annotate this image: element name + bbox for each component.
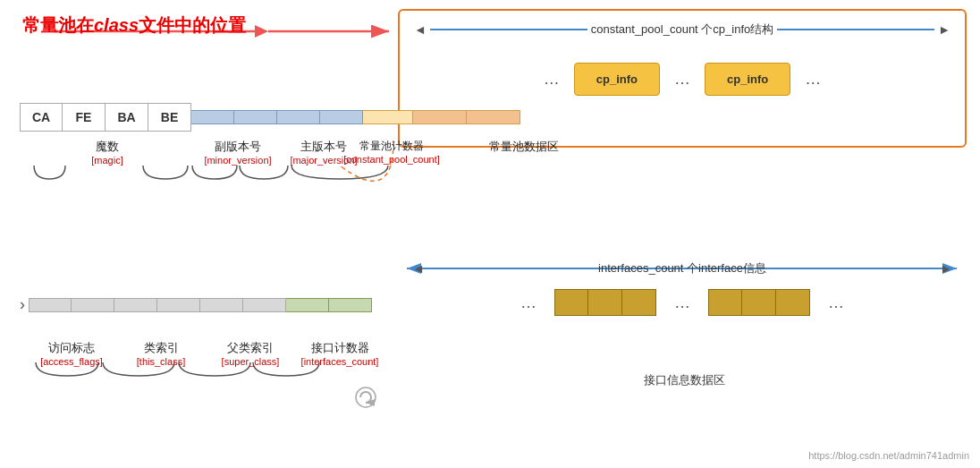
byte-const-count xyxy=(363,110,413,124)
byte-ba: BA xyxy=(106,103,148,132)
label-const-count: 常量池计数器 [constant_pool_count] xyxy=(367,139,417,165)
byte-major-1 xyxy=(277,110,320,124)
diagram-container: 常量池在class文件中的位置 ◄ constant_pool_count 个c… xyxy=(0,0,980,468)
byte-fe: FE xyxy=(63,103,106,132)
cp-info-box-1: cp_info xyxy=(574,63,660,96)
label-this-class: 类索引 [this_class] xyxy=(116,340,206,367)
iface-count-arrow-row: ◄ interfaces_count 个interface信息 ► xyxy=(398,255,967,277)
byte-iface-count-2 xyxy=(329,298,372,312)
byte-major-2 xyxy=(320,110,363,124)
label-minor: 副版本号 [minor_version] xyxy=(195,139,281,166)
label-iface-count: 接口计数器 [interfaces_count] xyxy=(295,340,384,367)
byte-super-2 xyxy=(243,298,286,312)
byte-const-data-1 xyxy=(413,110,467,124)
iface-count-label: interfaces_count 个interface信息 xyxy=(598,260,766,277)
iface-info-label: 接口信息数据区 xyxy=(402,371,967,388)
cp-count-arrow-row: ◄ constant_pool_count 个cp_info结构 ► xyxy=(400,11,965,38)
dots-left-1: … xyxy=(544,70,560,89)
title: 常量池在class文件中的位置 xyxy=(22,13,246,38)
byte-this-2 xyxy=(157,298,200,312)
dots-right-1: … xyxy=(805,70,821,89)
iface-block-1 xyxy=(554,289,656,316)
byte-const-data-2 xyxy=(467,110,520,124)
byte-minor-1 xyxy=(191,110,234,124)
iface-dots-left: … xyxy=(520,294,536,312)
byte-this-1 xyxy=(114,298,157,312)
cp-info-box-2: cp_info xyxy=(705,63,790,96)
bottom-labels-row: 访问标志 [access_flags] 类索引 [this_class] 父类索… xyxy=(27,340,384,367)
cp-count-label: constant_pool_count 个cp_info结构 xyxy=(591,21,774,38)
row-indicator: › xyxy=(20,295,25,314)
svg-point-10 xyxy=(356,387,376,407)
iface-detail-area: ◄ interfaces_count 个interface信息 ► … … … xyxy=(398,255,967,353)
cp-info-row: … cp_info … cp_info … xyxy=(400,63,965,96)
byte-ca: CA xyxy=(20,103,63,132)
byte-minor-2 xyxy=(234,110,277,124)
refresh-icon xyxy=(353,385,378,413)
byte-access-2 xyxy=(72,298,114,312)
top-labels-row: 魔数 [magic] 副版本号 [minor_version] 主版本号 [ma… xyxy=(20,139,578,166)
byte-be: BE xyxy=(148,103,191,132)
label-magic: 魔数 [magic] xyxy=(20,139,195,166)
bytes-row-bottom: › xyxy=(20,295,372,314)
title-text: 常量池在class文件中的位置 xyxy=(22,15,246,35)
iface-dots-right: … xyxy=(828,294,844,312)
label-super-class: 父类索引 [super_class] xyxy=(206,340,295,367)
watermark: https://blog.csdn.net/admin741admin xyxy=(808,450,969,461)
svg-marker-6 xyxy=(255,25,268,38)
label-access: 访问标志 [access_flags] xyxy=(27,340,116,367)
iface-blocks-row: … … … xyxy=(398,289,967,316)
iface-dots-mid: … xyxy=(674,294,690,312)
byte-super-1 xyxy=(200,298,243,312)
dots-mid-1: … xyxy=(674,70,690,89)
label-const-data: 常量池数据区 xyxy=(470,139,578,155)
bytes-row-top: CA FE BA BE xyxy=(20,103,520,132)
iface-block-2 xyxy=(708,289,810,316)
byte-iface-count-1 xyxy=(286,298,329,312)
byte-access-1 xyxy=(29,298,72,312)
